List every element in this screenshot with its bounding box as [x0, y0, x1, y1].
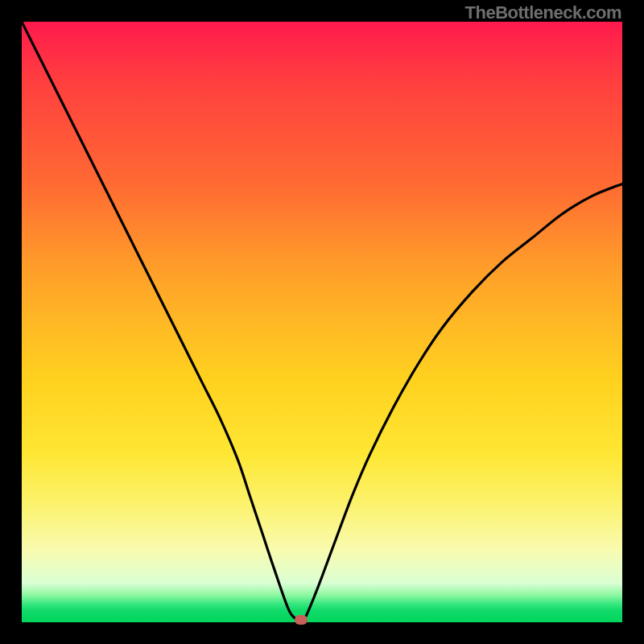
outer-frame: TheBottleneck.com — [0, 0, 644, 644]
watermark-text: TheBottleneck.com — [465, 2, 621, 23]
optimum-marker — [295, 615, 308, 625]
bottleneck-curve — [22, 22, 622, 622]
chart-area — [22, 22, 622, 622]
